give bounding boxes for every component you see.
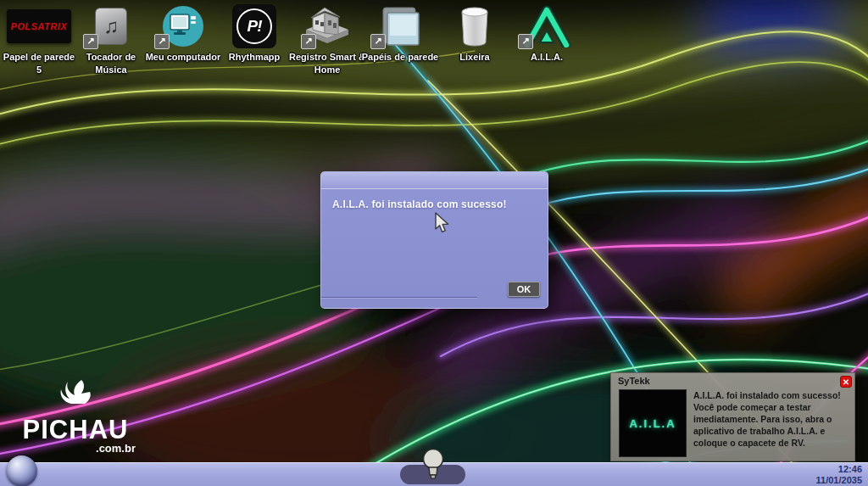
- wallpaper-thumbnail-icon: POLSATRIX: [7, 9, 71, 43]
- install-success-dialog: A.I.L.A. foi instalado com sucesso! OK: [320, 171, 548, 309]
- shortcut-arrow-icon: ↗: [518, 34, 533, 49]
- sytekk-notification: SyTekk ✕ A.I.L.A A.I.L.A. foi instalado …: [610, 372, 855, 461]
- desktop-icon-lixeira[interactable]: Lixeira: [444, 2, 505, 64]
- lamp-icon[interactable]: [419, 447, 448, 483]
- music-player-icon: ♫: [95, 8, 127, 45]
- taskbar: 12:46 11/01/2035: [0, 462, 868, 486]
- icon-label: Lixeira: [459, 51, 489, 64]
- clock-time: 12:46: [816, 464, 862, 475]
- close-icon[interactable]: ✕: [840, 376, 852, 388]
- mouse-cursor-icon: [435, 212, 450, 234]
- polsatrix-text: POLSATRIX: [11, 21, 68, 31]
- icon-label-line2: Home: [314, 64, 341, 76]
- desktop-icon-aila[interactable]: ↗ A.I.L.A.: [509, 2, 584, 64]
- start-sphere-button[interactable]: [6, 455, 37, 486]
- desktop-icon-papel-de-parede-5[interactable]: POLSATRIX Papel de parede 5: [2, 2, 76, 76]
- pichau-bird-icon: [56, 378, 95, 416]
- notification-title: SyTekk: [618, 376, 650, 386]
- shortcut-arrow-icon: ↗: [154, 34, 170, 49]
- icon-label: Rhythmapp: [229, 51, 281, 64]
- music-note-icon: ♫: [103, 16, 119, 36]
- shortcut-arrow-icon: ↗: [370, 34, 386, 49]
- icon-label: Registro Smart &: [289, 51, 365, 64]
- clock-date: 11/01/2035: [816, 475, 862, 486]
- dialog-titlebar[interactable]: [321, 172, 548, 189]
- pichau-brand-text: PICHAU: [12, 417, 139, 443]
- trash-can-icon: [459, 5, 490, 47]
- clock: 12:46 11/01/2035: [816, 464, 862, 485]
- pichau-suffix-text: .com.br: [12, 443, 136, 455]
- dialog-divider: [321, 297, 477, 299]
- icon-label-line2: Música: [95, 64, 126, 76]
- icon-label: Tocador de: [86, 51, 136, 64]
- ok-button[interactable]: OK: [508, 282, 540, 297]
- icon-label: Meu computador: [146, 51, 221, 64]
- desktop-icon-registro-smart-home[interactable]: ↗ Registro Smart & Home: [285, 2, 370, 76]
- wallpapers-folder-icon: [380, 6, 420, 47]
- desktop-icon-papeis-de-parede[interactable]: ↗ Papéis de parede: [359, 2, 441, 64]
- shortcut-arrow-icon: ↗: [301, 34, 316, 49]
- rhythmapp-ring-icon: P!: [236, 8, 272, 44]
- monitor-icon: [169, 14, 198, 39]
- icon-label: Papel de parede: [3, 51, 75, 64]
- icon-label-line2: 5: [36, 64, 42, 76]
- desktop-icon-meu-computador[interactable]: ↗ Meu computador: [145, 2, 221, 64]
- pichau-watermark: PICHAU .com.br: [12, 378, 139, 455]
- icon-label: Papéis de parede: [362, 51, 439, 64]
- desktop-icon-rhythmapp[interactable]: P! Rhythmapp: [226, 2, 282, 64]
- rhythmapp-logo-text: P!: [248, 17, 262, 36]
- icon-label: A.I.L.A.: [531, 51, 563, 64]
- desktop-screen: PICHAU .com.br POLSATRIX Papel de parede…: [0, 0, 868, 486]
- aila-logo-text: A.I.L.A: [629, 417, 676, 430]
- shortcut-arrow-icon: ↗: [83, 34, 98, 49]
- desktop-icon-tocador-de-musica[interactable]: ♫ ↗ Tocador de Música: [81, 2, 142, 76]
- aila-notification-logo: A.I.L.A: [619, 389, 687, 457]
- rhythmapp-icon: P!: [232, 4, 276, 48]
- notification-body: A.I.L.A. foi instalado com sucesso! Você…: [693, 390, 849, 450]
- dialog-message: A.I.L.A. foi instalado com sucesso!: [332, 198, 507, 210]
